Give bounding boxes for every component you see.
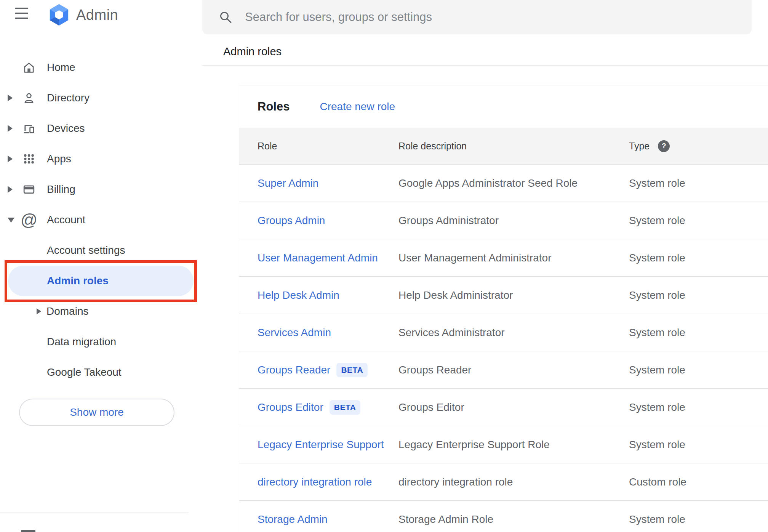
table-row: Legacy Enterprise Support Legacy Enterpr…	[239, 426, 768, 463]
clipped-sidebar-icon	[21, 530, 35, 532]
role-type: System role	[629, 439, 768, 451]
beta-badge: BETA	[330, 400, 361, 415]
devices-icon	[22, 123, 36, 134]
search-input[interactable]: Search for users, groups or settings	[202, 0, 752, 34]
sidebar-item-label: Devices	[47, 122, 85, 135]
panel-title: Roles	[258, 100, 290, 114]
role-link[interactable]: directory integration role	[258, 476, 372, 488]
create-new-role-link[interactable]: Create new role	[320, 101, 395, 113]
role-type: System role	[629, 252, 768, 264]
role-description: Groups Administrator	[398, 215, 629, 227]
role-description: Help Desk Administrator	[398, 289, 629, 301]
table-row: Groups Reader BETA Groups Reader System …	[239, 351, 768, 389]
chevron-right-icon[interactable]	[8, 155, 13, 162]
sidebar-item-label: Billing	[47, 183, 75, 195]
sidebar-subitem-label: Google Takeout	[47, 366, 122, 378]
sidebar-item-label: Directory	[47, 92, 90, 104]
role-link[interactable]: Legacy Enterprise Support	[258, 439, 384, 451]
table-row: directory integration role directory int…	[239, 463, 768, 501]
role-link[interactable]: Help Desk Admin	[258, 289, 339, 301]
sidebar-item-apps[interactable]: Apps	[0, 144, 202, 174]
beta-badge: BETA	[336, 363, 368, 377]
role-type: System role	[629, 327, 768, 339]
role-description: directory integration role	[398, 476, 629, 488]
credit-card-icon	[22, 184, 36, 195]
role-type: Custom role	[629, 476, 768, 488]
role-link[interactable]: Services Admin	[258, 327, 331, 339]
role-type: System role	[629, 215, 768, 227]
sidebar-item-account[interactable]: @ Account	[0, 205, 202, 235]
roles-panel-header: Roles Create new role	[239, 85, 768, 128]
sidebar-subitem-label: Admin roles	[47, 275, 109, 287]
sidebar-item-domains[interactable]: Domains	[0, 296, 202, 327]
header-divider	[202, 65, 768, 66]
chevron-right-icon[interactable]	[8, 95, 13, 101]
at-sign-icon: @	[22, 214, 36, 226]
role-type: System role	[629, 513, 768, 526]
sidebar-item-label: Account	[47, 214, 85, 226]
table-row: Help Desk Admin Help Desk Administrator …	[239, 277, 768, 314]
sidebar-item-label: Apps	[47, 153, 71, 165]
role-description: Groups Editor	[398, 401, 629, 413]
table-header-row: Role Role description Type ?	[239, 128, 768, 165]
sidebar-item-label: Home	[47, 61, 75, 74]
apps-grid-icon	[22, 153, 36, 165]
table-row: Groups Editor BETA Groups Editor System …	[239, 389, 768, 426]
role-type: System role	[629, 177, 768, 189]
sidebar-item-data-migration[interactable]: Data migration	[0, 327, 202, 357]
sidebar-item-google-takeout[interactable]: Google Takeout	[0, 357, 202, 388]
role-link[interactable]: Groups Admin	[258, 215, 325, 227]
sidebar-subitem-label: Account settings	[47, 244, 125, 256]
show-more-button[interactable]: Show more	[19, 399, 174, 426]
chevron-right-icon[interactable]	[8, 125, 13, 132]
sidebar-divider	[0, 513, 189, 513]
admin-logo-hexagon-icon	[48, 3, 70, 26]
sidebar-item-home[interactable]: Home	[0, 52, 202, 83]
sidebar-item-directory[interactable]: Directory	[0, 83, 202, 113]
column-header-type: Type	[629, 141, 650, 152]
role-type: System role	[629, 289, 768, 301]
role-link[interactable]: Groups Editor	[258, 401, 323, 413]
role-description: Legacy Enterprise Support Role	[398, 439, 629, 451]
table-row: Services Admin Services Administrator Sy…	[239, 314, 768, 351]
column-header-role: Role	[258, 141, 398, 152]
sidebar-subitem-label: Domains	[46, 305, 88, 317]
column-header-role-description: Role description	[398, 141, 629, 152]
role-link[interactable]: Groups Reader	[258, 364, 330, 376]
menu-icon[interactable]	[15, 8, 28, 19]
role-link[interactable]: User Management Admin	[258, 252, 378, 264]
sidebar-subitem-label: Data migration	[47, 336, 116, 348]
breadcrumb: Admin roles	[223, 45, 282, 58]
logo-product-name: Admin	[76, 7, 118, 23]
table-row: Groups Admin Groups Administrator System…	[239, 202, 768, 239]
sidebar-item-devices[interactable]: Devices	[0, 113, 202, 144]
role-description: Groups Reader	[398, 364, 629, 376]
chevron-down-icon[interactable]	[8, 218, 14, 223]
role-type: System role	[629, 364, 768, 376]
home-icon	[22, 62, 36, 73]
role-type: System role	[629, 401, 768, 413]
table-row: User Management Admin User Management Ad…	[239, 239, 768, 277]
sidebar-item-admin-roles-selected[interactable]: Admin roles	[8, 266, 194, 296]
role-link[interactable]: Super Admin	[258, 177, 318, 189]
sidebar-item-billing[interactable]: Billing	[0, 174, 202, 205]
search-icon	[219, 11, 232, 24]
person-icon	[22, 92, 36, 104]
chevron-right-icon[interactable]	[37, 308, 41, 314]
sidebar-item-account-settings[interactable]: Account settings	[0, 235, 202, 266]
role-description: Services Administrator	[398, 327, 629, 339]
table-row: Super Admin Google Apps Administrator Se…	[239, 165, 768, 202]
role-description: Storage Admin Role	[398, 513, 629, 526]
search-placeholder: Search for users, groups or settings	[245, 10, 432, 24]
admin-logo: Admin	[48, 3, 118, 26]
sidebar: Home Directory Devices	[0, 52, 202, 388]
role-description: Google Apps Administrator Seed Role	[398, 177, 629, 189]
role-description: User Management Administrator	[398, 252, 629, 264]
role-link[interactable]: Storage Admin	[258, 513, 328, 526]
chevron-right-icon[interactable]	[8, 186, 13, 193]
help-icon[interactable]: ?	[658, 140, 670, 152]
table-row: Storage Admin Storage Admin Role System …	[239, 501, 768, 532]
roles-panel: Roles Create new role Role Role descript…	[239, 85, 768, 532]
